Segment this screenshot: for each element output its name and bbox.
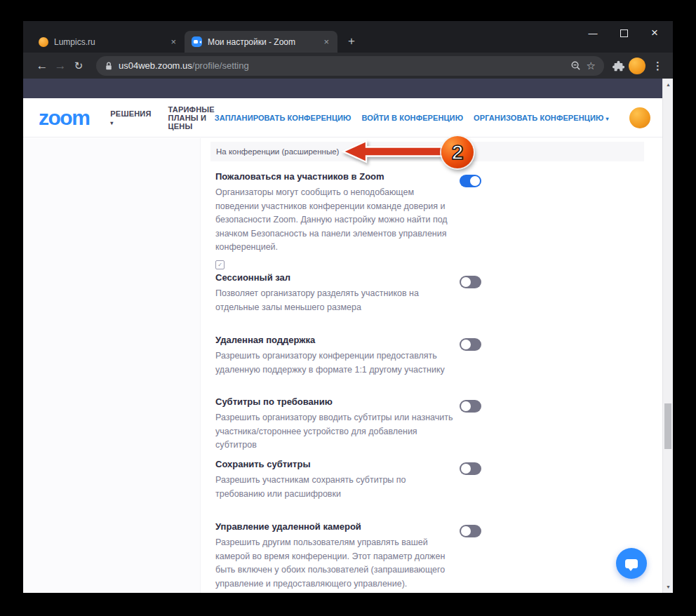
settings-sidebar: [23, 138, 201, 593]
nav-solutions[interactable]: РЕШЕНИЯ ▾: [110, 109, 151, 126]
url-host: us04web.zoom.us: [119, 60, 192, 71]
site-actions: ЗАПЛАНИРОВАТЬ КОНФЕРЕНЦИЮ ВОЙТИ В КОНФЕР…: [215, 107, 650, 128]
url-text[interactable]: us04web.zoom.us/profile/setting: [119, 60, 249, 71]
setting-toggle[interactable]: [460, 175, 481, 187]
chevron-down-icon: ▾: [605, 116, 608, 122]
setting-description: Разрешить организатору вводить субтитры …: [215, 411, 457, 453]
setting-row-remote-support: Удаленная поддержка Разрешить организато…: [215, 335, 496, 377]
page-viewport: zoom РЕШЕНИЯ ▾ ТАРИФНЫЕ ПЛАНЫ И ЦЕНЫ ЗАП…: [23, 79, 673, 593]
setting-description: Разрешить организатору конференции предо…: [215, 349, 457, 377]
scroll-down-icon[interactable]: ▼: [663, 582, 673, 592]
maximize-button[interactable]: [608, 24, 639, 42]
forward-button[interactable]: →: [51, 59, 69, 73]
zoom-favicon-icon: [192, 36, 202, 47]
tab-title: Lumpics.ru: [54, 37, 169, 47]
zoom-site-header: zoom РЕШЕНИЯ ▾ ТАРИФНЫЕ ПЛАНЫ И ЦЕНЫ ЗАП…: [23, 98, 662, 138]
badge-number: 2: [452, 142, 464, 163]
setting-title: Сохранить субтитры: [215, 459, 496, 469]
browser-menu-icon[interactable]: ⋮: [650, 60, 666, 72]
browser-toolbar: ← → ↻ us04web.zoom.us/profile/setting ☆ …: [23, 53, 673, 79]
scrollbar-thumb[interactable]: [664, 403, 671, 449]
setting-description: Позволяет организатору разделять участни…: [215, 287, 457, 314]
setting-toggle[interactable]: [460, 462, 481, 475]
url-path: /profile/setting: [192, 60, 249, 71]
tab-title: Мои настройки - Zoom: [208, 37, 322, 47]
chevron-down-icon: ▾: [110, 120, 113, 126]
tab-strip: Lumpics.ru × Мои настройки - Zoom × + — …: [23, 21, 673, 53]
setting-row-breakout-room: Сессионный зал Позволяет организатору ра…: [215, 272, 496, 314]
section-title: На конференции (расширенные): [216, 147, 339, 156]
extensions-puzzle-icon[interactable]: [613, 60, 624, 72]
tab-close-icon[interactable]: ×: [322, 36, 330, 47]
browser-window: Lumpics.ru × Мои настройки - Zoom × + — …: [23, 21, 673, 593]
page-top-banner: [23, 79, 673, 98]
new-tab-button[interactable]: +: [342, 32, 361, 51]
checked-checkbox-icon: ✓: [215, 260, 225, 269]
setting-toggle[interactable]: [460, 525, 481, 537]
tab-lumpics[interactable]: Lumpics.ru ×: [32, 31, 185, 53]
schedule-meeting-link[interactable]: ЗАПЛАНИРОВАТЬ КОНФЕРЕНЦИЮ: [215, 114, 352, 122]
site-nav: РЕШЕНИЯ ▾ ТАРИФНЫЕ ПЛАНЫ И ЦЕНЫ: [110, 105, 215, 130]
setting-row-save-captions: Сохранить субтитры Разрешить участникам …: [215, 459, 496, 501]
back-button[interactable]: ←: [33, 59, 51, 73]
setting-description: Разрешить другим пользователям управлять…: [215, 536, 457, 591]
setting-toggle[interactable]: [460, 276, 481, 288]
annotation-arrow-icon: [340, 139, 446, 164]
chat-help-button[interactable]: [616, 548, 647, 579]
reload-button[interactable]: ↻: [69, 60, 88, 72]
bookmark-star-icon[interactable]: ☆: [587, 60, 596, 72]
setting-row-far-end-camera: Управление удаленной камерой Разрешить д…: [215, 521, 496, 591]
setting-row-closed-captions: Субтитры по требованию Разрешить организ…: [215, 396, 496, 453]
setting-title: Сессионный зал: [215, 272, 496, 283]
lumpics-favicon-icon: [39, 37, 48, 47]
scroll-up-icon[interactable]: ▲: [663, 79, 673, 90]
setting-toggle[interactable]: [460, 338, 481, 351]
host-meeting-link[interactable]: ОРГАНИЗОВАТЬ КОНФЕРЕНЦИЮ ▾: [474, 114, 609, 122]
setting-title: Субтитры по требованию: [215, 396, 496, 407]
tab-zoom-settings[interactable]: Мои настройки - Zoom ×: [185, 31, 337, 53]
setting-description: Разрешить участникам сохранять субтитры …: [215, 474, 457, 501]
address-bar[interactable]: us04web.zoom.us/profile/setting ☆: [96, 56, 604, 76]
close-window-button[interactable]: ×: [639, 24, 670, 42]
zoom-logo[interactable]: zoom: [39, 106, 89, 130]
setting-toggle[interactable]: [460, 400, 481, 413]
setting-description: Организаторы могут сообщить о неподобающ…: [215, 186, 457, 255]
setting-title: Удаленная поддержка: [215, 335, 496, 345]
page-scrollbar[interactable]: ▲ ▼: [662, 79, 673, 593]
setting-row-report-participants: Пожаловаться на участников в Zoom Органи…: [215, 171, 496, 269]
account-avatar[interactable]: [629, 107, 650, 128]
lock-icon: [105, 61, 113, 71]
zoom-out-icon[interactable]: [570, 60, 581, 71]
nav-plans-pricing[interactable]: ТАРИФНЫЕ ПЛАНЫ И ЦЕНЫ: [168, 105, 215, 130]
annotation-step-badge: 2: [441, 136, 474, 168]
setting-title: Управление удаленной камерой: [215, 521, 496, 532]
setting-title: Пожаловаться на участников в Zoom: [215, 171, 496, 182]
join-meeting-link[interactable]: ВОЙТИ В КОНФЕРЕНЦИЮ: [362, 114, 464, 122]
tab-close-icon[interactable]: ×: [169, 36, 178, 47]
browser-profile-avatar[interactable]: [629, 58, 645, 74]
maximize-icon: [620, 29, 628, 37]
chat-bubble-icon: [625, 559, 638, 568]
minimize-button[interactable]: —: [577, 24, 608, 42]
